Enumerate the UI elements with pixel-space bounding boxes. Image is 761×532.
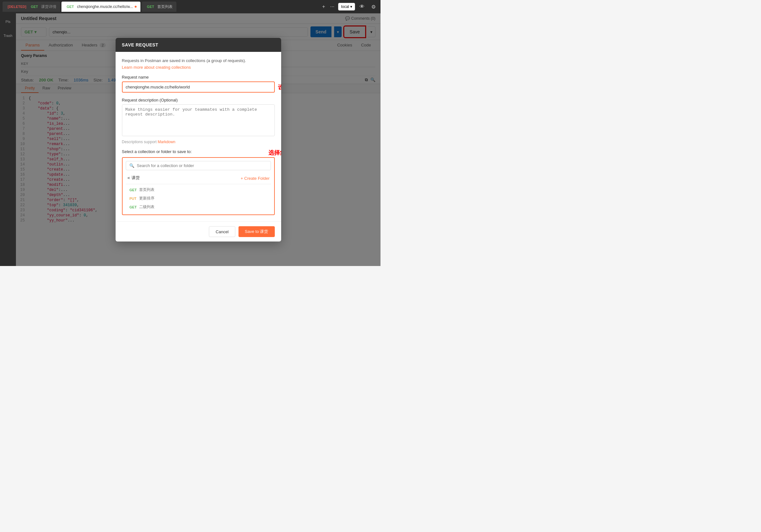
collection-search-box: 🔍	[126, 161, 271, 170]
collection-search-input[interactable]	[137, 163, 267, 168]
sidebar: Pls Trash	[0, 13, 16, 266]
collection-section: 🔍 ◀ 课货 + Create Folder	[122, 157, 275, 215]
modal-overlay[interactable]: SAVE REQUEST Requests in Postman are sav…	[16, 13, 380, 266]
sub-item-label-2: 更新排序	[139, 196, 154, 201]
env-label: local	[341, 4, 349, 9]
more-tabs-button[interactable]: ···	[329, 3, 336, 11]
sub-item-homepage[interactable]: GET 首页列表	[128, 186, 268, 194]
tab-active[interactable]: GET chenqionghe.muscle.cc/hello/w...	[61, 2, 141, 12]
request-name-group: Request name 设置接口名称	[122, 75, 275, 93]
collection-arrow-icon: ◀	[127, 176, 130, 180]
description-group: Request description (Optional)	[122, 98, 275, 137]
modal-description: Requests in Postman are saved in collect…	[122, 58, 275, 63]
request-name-label: Request name	[122, 75, 275, 80]
request-name-input[interactable]	[122, 81, 275, 93]
tab-label-inactive: 首页列表	[157, 4, 173, 10]
collection-label: Select a collection or folder to save to…	[122, 149, 192, 154]
env-arrow-icon: ▾	[350, 4, 352, 9]
collection-group: Select a collection or folder to save to…	[122, 149, 275, 215]
markdown-link[interactable]: Markdown	[158, 140, 175, 144]
tab-deleted[interactable]: [DELETED] GET 课货详情	[3, 2, 60, 12]
tab-method-get-inactive: GET	[146, 4, 155, 9]
tab-label-active: chenqionghe.muscle.cc/hello/w...	[77, 4, 133, 9]
modal-body: Requests in Postman are saved in collect…	[116, 52, 281, 222]
sub-item-label-1: 首页列表	[139, 187, 154, 192]
modal-header: SAVE REQUEST	[116, 38, 281, 52]
save-to-button[interactable]: Save to 课货	[239, 226, 275, 237]
sub-method-get-2: GET	[130, 205, 137, 209]
collection-name: ◀ 课货	[127, 175, 140, 181]
tab-method-get-active: GET	[65, 4, 75, 9]
sub-item-update-order[interactable]: PUT 更新排序	[128, 194, 268, 203]
settings-icon[interactable]: ⚙	[369, 2, 378, 11]
sub-method-get-1: GET	[130, 188, 137, 192]
tab-method-delete: [DELETED]	[6, 4, 28, 9]
top-bar: [DELETED] GET 课货详情 GET chenqionghe.muscl…	[0, 0, 380, 13]
tab-inactive[interactable]: GET 首页列表	[142, 2, 176, 12]
sidebar-trash-label: Trash	[4, 34, 12, 37]
collection-list: ◀ 课货 + Create Folder	[126, 173, 271, 183]
add-tab-button[interactable]: +	[321, 3, 326, 11]
search-icon: 🔍	[129, 163, 134, 168]
modal-footer: Cancel Save to 课货	[116, 222, 281, 241]
tab-dot-active	[135, 6, 137, 8]
description-textarea[interactable]	[122, 104, 275, 136]
description-label: Request description (Optional)	[122, 98, 275, 102]
create-folder-link[interactable]: + Create Folder	[241, 176, 270, 181]
tab-method-get: GET	[29, 4, 39, 9]
eye-icon[interactable]: 👁	[358, 2, 367, 11]
main-content: Untitled Request 💬 Comments (0) GET ▾ Se…	[16, 13, 380, 266]
collection-annotation: 选择集合	[268, 149, 281, 157]
cancel-button[interactable]: Cancel	[209, 226, 235, 237]
sub-item-label-3: 二级列表	[139, 204, 154, 210]
collection-name-label: 课货	[132, 175, 140, 181]
divider	[126, 184, 271, 184]
request-name-annotation: 设置接口名称	[278, 83, 281, 91]
sub-item-second-level[interactable]: GET 二级列表	[128, 203, 268, 211]
modal-title: SAVE REQUEST	[122, 42, 158, 47]
collection-sub-items: GET 首页列表 PUT 更新排序 GET 二级列表	[126, 186, 271, 211]
sidebar-pls-label: Pls	[5, 20, 10, 24]
tab-label-deleted: 课货详情	[41, 4, 56, 10]
sidebar-item-pls[interactable]: Pls	[2, 16, 14, 27]
learn-more-link[interactable]: Learn more about creating collections	[122, 65, 191, 70]
save-request-modal: SAVE REQUEST Requests in Postman are sav…	[116, 38, 281, 241]
markdown-hint: Descriptions support Markdown	[122, 140, 275, 144]
sidebar-item-trash[interactable]: Trash	[2, 30, 14, 41]
environment-selector[interactable]: local ▾	[338, 3, 355, 11]
sub-method-put: PUT	[130, 197, 137, 200]
collection-item-kechuo[interactable]: ◀ 课货 + Create Folder	[126, 173, 271, 183]
